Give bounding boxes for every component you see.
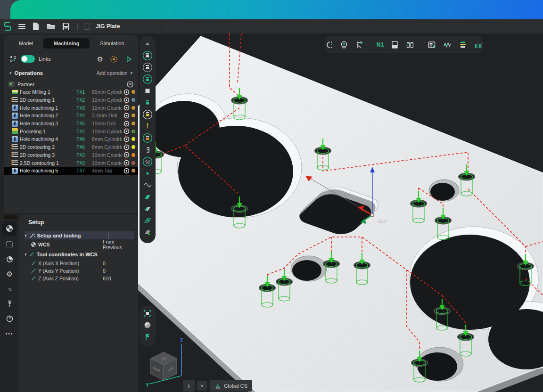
operation-row[interactable]: Face Milling 1 T#1 80mm Cylindrica — [4, 88, 138, 96]
collapse-chevron-icon[interactable]: ▾ — [25, 252, 27, 257]
tool-orange-icon[interactable] — [142, 132, 153, 144]
document-title: JIG Plate — [96, 23, 120, 30]
operation-row[interactable]: Hole machining 1 T#3 10mm Countersi — [4, 104, 138, 112]
toolpath-visibility-icon[interactable] — [123, 136, 130, 142]
surface-teal-icon[interactable] — [142, 191, 153, 203]
statistics-bars-icon[interactable] — [474, 40, 483, 50]
collapse-chevron-icon[interactable]: ▾ — [25, 233, 27, 238]
shading-sphere-icon[interactable] — [142, 319, 153, 331]
surface-two-tone-icon[interactable] — [142, 203, 153, 214]
tab-model[interactable]: Model — [8, 38, 43, 49]
open-file-button[interactable] — [43, 19, 58, 33]
operation-row[interactable]: Hole machining 4 T#6 8mm Cylindrical — [4, 135, 138, 143]
flag-icon[interactable] — [142, 331, 153, 343]
point-icon[interactable] — [142, 167, 153, 179]
operation-row[interactable]: 2.5D contouring 1 T#3 10mm Countersi — [4, 159, 138, 167]
toolpath-visibility-icon[interactable] — [123, 97, 130, 103]
toolpath-visibility-icon[interactable] — [123, 121, 130, 127]
global-cs-button[interactable]: Global CS — [210, 380, 252, 392]
sheet-icon[interactable] — [390, 40, 399, 50]
binoculars-icon[interactable] — [405, 40, 415, 50]
toolpath-visibility-icon[interactable] — [123, 168, 130, 174]
operation-row[interactable]: Hole machining 2 T#4 3.4mm Drill — [4, 112, 138, 120]
operations-list: Face Milling 1 T#1 80mm Cylindrica 2D co… — [4, 88, 138, 175]
scroll-up-icon[interactable] — [142, 38, 153, 49]
magnet-snap-icon[interactable] — [324, 40, 333, 50]
add-cs-button[interactable]: + — [183, 380, 195, 392]
app-logo[interactable] — [0, 19, 15, 33]
toolpath-visibility-icon[interactable] — [123, 89, 130, 95]
rail-item-turbo[interactable] — [0, 253, 19, 265]
status-dot — [132, 90, 135, 94]
nc-program-label[interactable]: N1 — [377, 40, 384, 50]
settings-gear-icon[interactable]: ⚙ — [97, 56, 103, 63]
stock-square-icon[interactable] — [142, 85, 153, 97]
links-toggle[interactable] — [21, 55, 35, 63]
save-button[interactable] — [58, 19, 74, 33]
caliper-icon[interactable] — [355, 40, 364, 50]
axis-x-row[interactable]: X (Axis X Position) 0 — [31, 260, 134, 267]
drill-yellow-icon[interactable] — [142, 120, 153, 132]
main-menu-button[interactable] — [15, 19, 28, 33]
wcs-row[interactable]: WCS From Previous — [31, 241, 134, 248]
rail-item-settings[interactable]: ⚙ — [0, 268, 19, 279]
curve-icon[interactable] — [142, 179, 153, 191]
cs-dropdown-button[interactable]: ▾ — [197, 381, 207, 391]
axis-y-row[interactable]: Y (Axis Y Position) 0 — [31, 267, 134, 275]
operation-row[interactable]: 2D contouring 3 T#3 10mm Countersi — [4, 151, 138, 159]
tape-measure-icon[interactable] — [339, 40, 349, 50]
machine-group-row[interactable]: Partner — [4, 80, 138, 88]
axis-z-row[interactable]: Z (Axis Z Position) 610 — [31, 275, 134, 282]
machining-toolbar: N1 — [325, 36, 482, 53]
operation-row[interactable]: 2D contouring 1 T#2 10mm Cylindrica — [4, 96, 138, 104]
links-graph-icon[interactable] — [9, 55, 17, 63]
group-menu-icon[interactable] — [127, 81, 133, 88]
surface-gray-icon[interactable] — [142, 226, 153, 238]
setup-tooling-group[interactable]: ▾ Setup and tooling — [25, 231, 134, 239]
toolpath-visibility-icon[interactable] — [123, 113, 130, 119]
viewport-3d[interactable]: G54 Top Back Left Z Y — [138, 33, 543, 392]
toolpath-visibility-icon[interactable] — [123, 105, 130, 111]
regenerate-icon[interactable] — [110, 55, 118, 63]
play-simulation-icon[interactable] — [125, 56, 132, 63]
operation-row[interactable]: Hole machining 3 T#5 10mm Drill — [4, 120, 138, 128]
tool-holder-icon[interactable] — [142, 49, 153, 61]
rail-item-tooling[interactable] — [0, 298, 19, 310]
control-panel-icon[interactable] — [427, 40, 436, 50]
rail-item-feeds[interactable] — [0, 313, 19, 324]
toolpath-visibility-icon[interactable] — [123, 160, 130, 166]
bracket-icon[interactable] — [142, 144, 153, 155]
hole-machining-icon — [12, 121, 18, 127]
toolpath-visibility-icon[interactable] — [123, 152, 130, 158]
operation-row[interactable]: Pocketing 1 T#2 10mm Cylindrica — [4, 127, 138, 135]
status-dot — [132, 106, 135, 110]
new-file-button[interactable] — [28, 19, 43, 33]
tool-teal-icon[interactable] — [142, 97, 153, 108]
zoom-fit-icon[interactable] — [142, 307, 153, 319]
toolpath-visibility-icon[interactable] — [123, 128, 130, 134]
tool-coordinates-group[interactable]: ▾ Tool coordinates in WCS — [25, 250, 134, 258]
status-dot — [132, 137, 135, 141]
rail-item-more[interactable]: ••• — [0, 328, 19, 339]
tool-green-icon[interactable] — [142, 73, 153, 85]
rail-item-transfer[interactable]: ↑↓ — [0, 283, 19, 294]
operation-row-selected[interactable]: Hole machining 5 T#7 4mm Tap — [4, 167, 138, 175]
tool-layers-icon[interactable] — [458, 40, 468, 50]
hatch-pattern-icon[interactable] — [142, 155, 153, 167]
tool-yellow-icon[interactable] — [142, 108, 153, 120]
rail-item-wcs[interactable] — [2, 221, 16, 236]
add-operation-button[interactable]: Add operation — [97, 70, 127, 76]
toolpath-visibility-icon[interactable] — [123, 144, 130, 150]
add-operation-chevron-icon[interactable]: ▾ — [130, 71, 132, 75]
rail-item-stock[interactable] — [0, 238, 19, 250]
surface-grid-icon[interactable] — [142, 214, 153, 226]
document-checkbox[interactable] — [82, 19, 92, 33]
divider — [166, 23, 166, 30]
waveform-icon[interactable] — [443, 40, 452, 50]
collapse-chevron-icon[interactable]: ▾ — [9, 71, 12, 75]
tab-machining[interactable]: Machining — [43, 38, 90, 49]
tool-white-icon[interactable] — [142, 61, 153, 73]
operation-row[interactable]: 2D contouring 2 T#6 8mm Cylindrical — [4, 143, 138, 151]
tab-simulation[interactable]: Simulation — [90, 38, 134, 49]
axis-z-value: 610 — [103, 276, 111, 281]
